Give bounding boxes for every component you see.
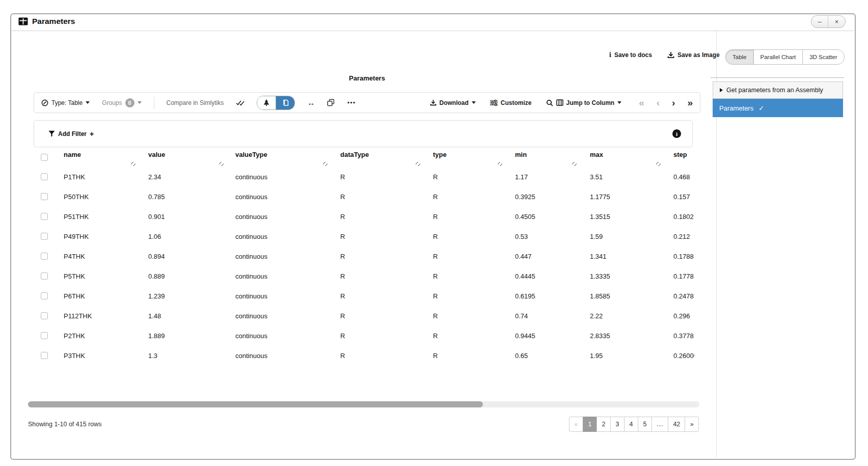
tree-view-toggle[interactable] — [257, 96, 276, 109]
close-button[interactable]: × — [828, 16, 845, 28]
row-checkbox[interactable] — [41, 213, 48, 220]
titlebar: Parameters — [18, 15, 75, 28]
cell-max: 1.3335 — [590, 266, 661, 286]
column-resize-icon[interactable] — [572, 162, 577, 166]
column-header-step[interactable]: step — [673, 151, 694, 167]
table-row[interactable]: P2THK 1.889 continuous R R 0.9445 2.8335… — [0, 326, 703, 346]
column-resize-icon[interactable] — [416, 162, 420, 166]
more-options-icon[interactable]: ⋯ — [347, 98, 356, 107]
row-checkbox[interactable] — [41, 292, 48, 299]
columns-icon — [556, 99, 563, 106]
scrollbar-thumb[interactable] — [28, 401, 483, 407]
table-row[interactable]: P51THK 0.901 continuous R R 0.4505 1.351… — [0, 207, 703, 227]
filter-bar: Add Filter + i — [34, 120, 693, 147]
row-checkbox[interactable] — [41, 312, 48, 319]
column-header-min[interactable]: min — [515, 151, 577, 167]
row-checkbox[interactable] — [41, 332, 48, 339]
column-resize-icon[interactable] — [656, 162, 661, 166]
table-row[interactable]: P112THK 1.48 continuous R R 0.74 2.22 0.… — [0, 306, 703, 326]
save-as-image-button[interactable]: Save as Image — [667, 51, 720, 59]
column-resize-icon[interactable] — [323, 162, 328, 166]
column-resize-icon[interactable] — [131, 162, 135, 166]
sidebar-item-parameters[interactable]: Parameters ✓ — [713, 99, 843, 117]
copy-icon[interactable] — [327, 99, 335, 106]
cell-type: R — [433, 306, 504, 326]
jump-to-column-dropdown[interactable]: Jump to Column — [546, 99, 622, 106]
row-checkbox[interactable] — [41, 272, 48, 280]
save-actions: i Save to docs Save as Image — [609, 49, 720, 61]
page-button[interactable]: 5 — [638, 417, 652, 432]
toolbar-left-group: Type: Table Groups 0 Compare in Simlytik… — [41, 96, 356, 110]
save-to-docs-button[interactable]: i Save to docs — [609, 51, 652, 59]
cell-max: 2.8335 — [590, 326, 661, 346]
page-button[interactable]: 3 — [610, 417, 625, 432]
tab-parallel-chart[interactable]: Parallel Chart — [753, 49, 803, 65]
cell-datatype: R — [340, 187, 422, 207]
column-header-value[interactable]: value — [148, 151, 224, 167]
table-row[interactable]: P50THK 0.785 continuous R R 0.3925 1.177… — [0, 187, 703, 207]
window-title: Parameters — [32, 17, 75, 26]
tab-3d-scatter[interactable]: 3D Scatter — [802, 49, 844, 65]
sliders-icon — [490, 99, 498, 106]
cell-valuetype: continuous — [235, 227, 322, 246]
table-row[interactable]: P5THK 0.889 continuous R R 0.4445 1.3335… — [0, 266, 703, 286]
row-checkbox[interactable] — [41, 193, 48, 200]
page-button[interactable]: 1 — [583, 417, 597, 432]
column-resize-icon[interactable] — [498, 162, 502, 166]
cell-type: R — [433, 167, 504, 187]
table-row[interactable]: P49THK 1.06 continuous R R 0.53 1.59 0.2… — [0, 227, 703, 246]
last-columns-icon[interactable]: » — [687, 98, 693, 107]
table-row[interactable]: P6THK 1.239 continuous R R 0.6195 1.8585… — [0, 286, 703, 306]
download-dropdown[interactable]: Download — [430, 99, 476, 106]
page-button[interactable]: 4 — [624, 417, 638, 432]
add-filter-button[interactable]: Add Filter + — [48, 130, 94, 138]
cell-value: 2.34 — [148, 167, 225, 187]
page-button[interactable]: « — [569, 417, 583, 432]
cell-valuetype: continuous — [235, 346, 322, 366]
minimize-button[interactable]: – — [811, 16, 828, 28]
page-button[interactable]: 2 — [596, 417, 611, 432]
tab-table[interactable]: Table — [725, 49, 754, 65]
column-header-max[interactable]: max — [590, 151, 661, 167]
cell-valuetype: continuous — [235, 306, 322, 326]
groups-dropdown[interactable]: Groups 0 — [102, 98, 141, 107]
column-header-valuetype[interactable]: valueType — [235, 151, 328, 167]
table-row[interactable]: P1THK 2.34 continuous R R 1.17 3.51 0.46… — [0, 167, 703, 187]
cell-name: P1THK — [64, 167, 140, 187]
type-dropdown[interactable]: Type: Table — [41, 99, 90, 106]
table-row[interactable]: P3THK 1.3 continuous R R 0.65 1.95 0.260… — [0, 346, 703, 366]
next-column-icon[interactable]: › — [672, 98, 675, 107]
info-icon[interactable]: i — [672, 129, 681, 138]
page-button[interactable]: » — [685, 417, 699, 432]
plus-icon: + — [90, 130, 94, 138]
prev-column-icon[interactable]: ‹ — [657, 98, 660, 107]
cell-datatype: R — [340, 306, 422, 326]
multi-select-icon[interactable] — [236, 99, 245, 106]
pagination: « 1 2 3 4 5 ... 42 » — [569, 417, 699, 432]
cell-type: R — [433, 326, 504, 346]
get-parameters-from-assembly-button[interactable]: Get parameters from an Assembly — [713, 81, 843, 99]
table-row[interactable]: P4THK 0.894 continuous R R 0.447 1.341 0… — [0, 246, 703, 266]
column-resize-icon[interactable] — [219, 162, 224, 166]
list-view-toggle[interactable] — [276, 96, 294, 109]
cell-step: 0.212 — [673, 227, 694, 246]
column-header-type[interactable]: type — [433, 151, 502, 167]
column-header-datatype[interactable]: dataType — [340, 151, 420, 167]
cell-step: 0.1788 — [673, 246, 694, 266]
page-button[interactable]: 42 — [668, 417, 685, 432]
cell-step: 0.157 — [673, 187, 694, 207]
view-switcher: Table Parallel Chart 3D Scatter — [725, 49, 845, 65]
row-checkbox[interactable] — [41, 173, 48, 180]
select-all-checkbox[interactable] — [41, 154, 48, 161]
row-checkbox[interactable] — [41, 352, 48, 359]
first-columns-icon[interactable]: « — [639, 98, 644, 107]
customize-button[interactable]: Customize — [490, 99, 532, 106]
resize-columns-icon[interactable]: ↔ — [307, 98, 315, 107]
horizontal-scrollbar[interactable] — [28, 401, 699, 407]
row-checkbox[interactable] — [41, 253, 48, 260]
page-button[interactable]: ... — [652, 417, 668, 432]
row-checkbox[interactable] — [41, 233, 48, 240]
app-window: { "window": { "title": "Parameters", "mi… — [0, 0, 868, 466]
column-header-name[interactable]: name — [64, 151, 135, 167]
compare-in-simlytiks-button[interactable]: Compare in Simlytiks — [167, 99, 224, 106]
